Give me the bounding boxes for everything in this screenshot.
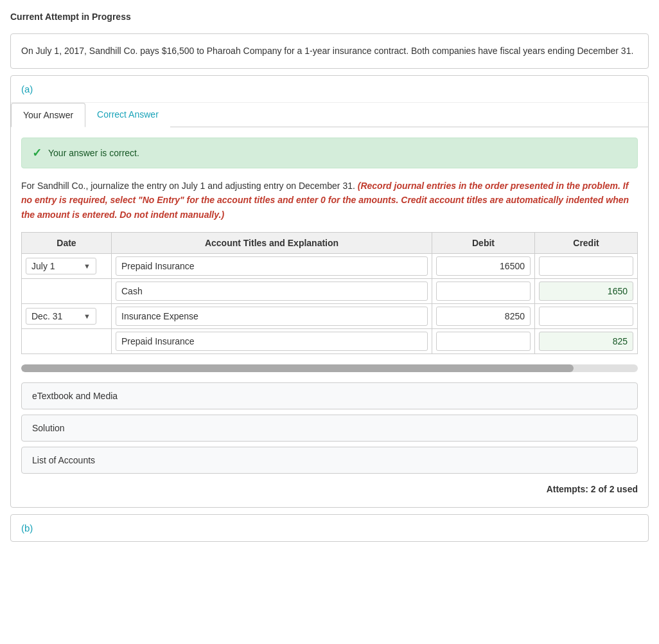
debit-input-1[interactable] (436, 282, 531, 301)
table-row (22, 279, 638, 304)
account-input-2[interactable] (116, 307, 428, 326)
current-attempt-header: Current Attempt in Progress (0, 6, 659, 27)
chevron-down-icon: ▼ (83, 312, 91, 320)
credit-cell-3 (535, 329, 638, 354)
instructions-plain: For Sandhill Co., journalize the entry o… (21, 181, 355, 191)
section-a-label: (a) (11, 76, 648, 103)
debit-cell-1 (432, 279, 535, 304)
credit-input-0[interactable] (539, 256, 633, 276)
tab-content: ✓ Your answer is correct. For Sandhill C… (11, 127, 648, 507)
credit-input-1[interactable] (539, 282, 633, 301)
credit-input-3[interactable] (539, 332, 633, 351)
date-cell-0: July 1▼ (22, 254, 112, 279)
section-a-box: (a) Your Answer Correct Answer ✓ Your an… (10, 75, 649, 508)
account-cell-3 (112, 329, 432, 354)
attempts-text: Attempts: 2 of 2 used (21, 479, 638, 497)
collapsible-buttons: eTextbook and Media Solution List of Acc… (21, 382, 638, 479)
credit-input-2[interactable] (539, 307, 633, 326)
debit-cell-3 (432, 329, 535, 354)
etextbook-button[interactable]: eTextbook and Media (21, 382, 638, 409)
account-cell-0 (112, 254, 432, 279)
credit-cell-1 (535, 279, 638, 304)
debit-input-3[interactable] (436, 332, 531, 351)
section-b-label: (b) (11, 515, 648, 541)
solution-button[interactable]: Solution (21, 415, 638, 442)
problem-box: On July 1, 2017, Sandhill Co. pays $16,5… (10, 33, 649, 69)
header-date: Date (22, 233, 112, 254)
tabs-container: Your Answer Correct Answer (11, 103, 648, 127)
problem-text: On July 1, 2017, Sandhill Co. pays $16,5… (21, 44, 638, 58)
list-of-accounts-button[interactable]: List of Accounts (21, 447, 638, 474)
debit-input-2[interactable] (436, 307, 531, 326)
debit-cell-2 (432, 304, 535, 329)
account-cell-2 (112, 304, 432, 329)
chevron-down-icon: ▼ (83, 262, 91, 270)
table-row: July 1▼ (22, 254, 638, 279)
header-account: Account Titles and Explanation (112, 233, 432, 254)
account-input-3[interactable] (116, 332, 428, 351)
date-cell-3 (22, 329, 112, 354)
tab-your-answer[interactable]: Your Answer (11, 103, 85, 127)
debit-cell-0 (432, 254, 535, 279)
date-dropdown-0[interactable]: July 1▼ (26, 258, 96, 274)
table-row: Dec. 31▼ (22, 304, 638, 329)
scrollbar-thumb (21, 364, 574, 372)
account-input-0[interactable] (116, 256, 428, 276)
correct-message: Your answer is correct. (48, 148, 139, 158)
checkmark-icon: ✓ (32, 146, 42, 160)
instructions: For Sandhill Co., journalize the entry o… (21, 179, 638, 222)
date-cell-1 (22, 279, 112, 304)
date-dropdown-2[interactable]: Dec. 31▼ (26, 308, 96, 325)
date-value-0: July 1 (31, 261, 55, 271)
debit-input-0[interactable] (436, 256, 531, 276)
date-value-2: Dec. 31 (31, 311, 62, 321)
header-debit: Debit (432, 233, 535, 254)
answer-correct-banner: ✓ Your answer is correct. (21, 138, 638, 168)
section-b-box: (b) (10, 514, 649, 542)
page-wrapper: Current Attempt in Progress On July 1, 2… (0, 0, 659, 555)
account-input-1[interactable] (116, 282, 428, 301)
journal-table: Date Account Titles and Explanation Debi… (21, 232, 638, 354)
scrollbar-area[interactable] (21, 364, 638, 372)
credit-cell-2 (535, 304, 638, 329)
account-cell-1 (112, 279, 432, 304)
header-credit: Credit (535, 233, 638, 254)
date-cell-2: Dec. 31▼ (22, 304, 112, 329)
tab-correct-answer[interactable]: Correct Answer (85, 103, 170, 127)
credit-cell-0 (535, 254, 638, 279)
table-row (22, 329, 638, 354)
